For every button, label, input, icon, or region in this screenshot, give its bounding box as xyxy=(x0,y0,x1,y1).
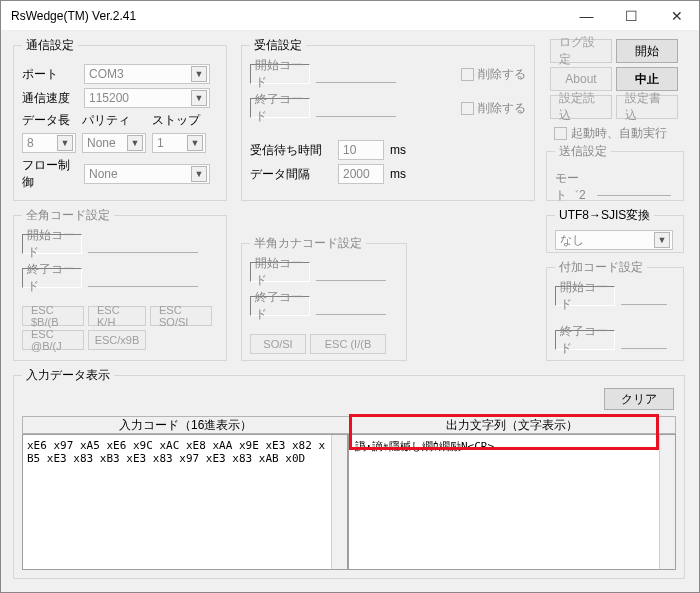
zenkaku-code-group: 全角コード設定 開始コード 終了コード ESC $B/(B ESC K/H ES… xyxy=(13,207,227,361)
send-legend: 送信設定 xyxy=(555,143,611,160)
hankaku-code-group: 半角カナコード設定 開始コード 終了コード SO/SI ESC (I/(B xyxy=(241,235,407,361)
recv-interval-label: データ間隔 xyxy=(250,166,332,183)
checkbox-icon xyxy=(461,102,474,115)
zen-btn-atb[interactable]: ESC @B/(J xyxy=(22,330,84,350)
han-start-label: 開始コード xyxy=(250,262,310,282)
recv-del1-checkbox[interactable]: 削除する xyxy=(461,66,526,83)
han-legend: 半角カナコード設定 xyxy=(250,235,366,252)
baud-select[interactable]: 115200▼ xyxy=(84,88,210,108)
append-start-input[interactable] xyxy=(621,287,667,305)
han-end-input[interactable] xyxy=(316,297,386,315)
checkbox-icon xyxy=(461,68,474,81)
append-start-label: 開始コード xyxy=(555,286,615,306)
input-data-display-group: 入力データ表示 クリア 入力コード（16進表示） 出力文字列（文字表示） xE6… xyxy=(13,367,685,579)
append-code-group: 付加コード設定 開始コード 終了コード xyxy=(546,259,684,361)
baud-label: 通信速度 xyxy=(22,90,78,107)
comm-legend: 通信設定 xyxy=(22,37,78,54)
han-start-input[interactable] xyxy=(316,263,386,281)
send-settings-group: 送信設定 モート゛2 調整値 20 xyxy=(546,143,684,201)
send-mode-label: モート゛2 xyxy=(555,170,591,204)
chevron-down-icon: ▼ xyxy=(191,90,207,106)
utf8-group: UTF8→SJIS変換 なし▼ xyxy=(546,207,684,253)
chevron-down-icon: ▼ xyxy=(191,166,207,182)
startup-autorun-checkbox[interactable]: 起動時、自動実行 xyxy=(554,125,667,142)
recv-start-code-label: 開始コード xyxy=(250,64,310,84)
titlebar: RsWedge(TM) Ver.2.41 — ☐ ✕ xyxy=(1,1,699,31)
settings-write-button[interactable]: 設定書込 xyxy=(616,95,678,119)
zen-btn-escb[interactable]: ESC $B/(B xyxy=(22,306,84,326)
han-end-label: 終了コード xyxy=(250,296,310,316)
recv-interval-unit: ms xyxy=(390,167,406,181)
zen-end-input[interactable] xyxy=(88,269,198,287)
append-end-label: 終了コード xyxy=(555,330,615,350)
utf8-select[interactable]: なし▼ xyxy=(555,230,673,250)
parity-select[interactable]: None▼ xyxy=(82,133,146,153)
parity-label: パリティ xyxy=(82,112,152,129)
close-button[interactable]: ✕ xyxy=(654,1,699,31)
chevron-down-icon: ▼ xyxy=(187,135,203,151)
about-button[interactable]: About xyxy=(550,67,612,91)
datalen-label: データ長 xyxy=(22,112,82,129)
window-title: RsWedge(TM) Ver.2.41 xyxy=(11,9,564,23)
annotation-highlight xyxy=(349,414,659,450)
comm-settings-group: 通信設定 ポート COM3▼ 通信速度 115200▼ データ長 パリティ スト… xyxy=(13,37,227,201)
flow-select[interactable]: None▼ xyxy=(84,164,210,184)
disp-legend: 入力データ表示 xyxy=(22,367,114,384)
scrollbar[interactable] xyxy=(659,435,675,569)
han-btn-escib[interactable]: ESC (I/(B xyxy=(310,334,386,354)
output-string-area[interactable]: 譌･謫ｬ隱槭し繝ｳ繝励Ν<CR> xyxy=(348,434,676,570)
han-btn-sosi[interactable]: SO/SI xyxy=(250,334,306,354)
recv-end-code-input[interactable] xyxy=(316,99,396,117)
recv-wait-label: 受信待ち時間 xyxy=(250,142,332,159)
zen-btn-x9b[interactable]: ESC/x9B xyxy=(88,330,146,350)
stop-button[interactable]: 中止 xyxy=(616,67,678,91)
recv-end-code-label: 終了コード xyxy=(250,98,310,118)
port-select[interactable]: COM3▼ xyxy=(84,64,210,84)
recv-del2-checkbox[interactable]: 削除する xyxy=(461,100,526,117)
zen-btn-kh[interactable]: ESC K/H xyxy=(88,306,146,326)
chevron-down-icon: ▼ xyxy=(127,135,143,151)
append-end-input[interactable] xyxy=(621,331,667,349)
recv-settings-group: 受信設定 開始コード 削除する 終了コード 削除する 受信待ち時間 10 ms … xyxy=(241,37,535,201)
chevron-down-icon: ▼ xyxy=(191,66,207,82)
input-code-area[interactable]: xE6 x97 xA5 xE6 x9C xAC xE8 xAA x9E xE3 … xyxy=(22,434,348,570)
maximize-button[interactable]: ☐ xyxy=(609,1,654,31)
zen-legend: 全角コード設定 xyxy=(22,207,114,224)
utf8-legend: UTF8→SJIS変換 xyxy=(555,207,654,224)
chevron-down-icon: ▼ xyxy=(57,135,73,151)
recv-start-code-input[interactable] xyxy=(316,65,396,83)
recv-interval-input[interactable]: 2000 xyxy=(338,164,384,184)
log-settings-button[interactable]: ログ設定 xyxy=(550,39,612,63)
scrollbar[interactable] xyxy=(331,435,347,569)
flow-label: フロー制御 xyxy=(22,157,78,191)
minimize-button[interactable]: — xyxy=(564,1,609,31)
checkbox-icon xyxy=(554,127,567,140)
chevron-down-icon: ▼ xyxy=(654,232,670,248)
recv-legend: 受信設定 xyxy=(250,37,306,54)
clear-button[interactable]: クリア xyxy=(604,388,674,410)
port-label: ポート xyxy=(22,66,78,83)
recv-wait-unit: ms xyxy=(390,143,406,157)
settings-read-button[interactable]: 設定読込 xyxy=(550,95,612,119)
zen-start-input[interactable] xyxy=(88,235,198,253)
start-button[interactable]: 開始 xyxy=(616,39,678,63)
append-legend: 付加コード設定 xyxy=(555,259,647,276)
stop-select[interactable]: 1▼ xyxy=(152,133,206,153)
stop-label: ストップ xyxy=(152,112,200,129)
zen-start-label: 開始コード xyxy=(22,234,82,254)
recv-wait-input[interactable]: 10 xyxy=(338,140,384,160)
datalen-select[interactable]: 8▼ xyxy=(22,133,76,153)
left-col-header: 入力コード（16進表示） xyxy=(23,417,349,433)
zen-end-label: 終了コード xyxy=(22,268,82,288)
zen-btn-sosi[interactable]: ESC SO/SI xyxy=(150,306,212,326)
send-mode-input[interactable] xyxy=(597,178,671,196)
